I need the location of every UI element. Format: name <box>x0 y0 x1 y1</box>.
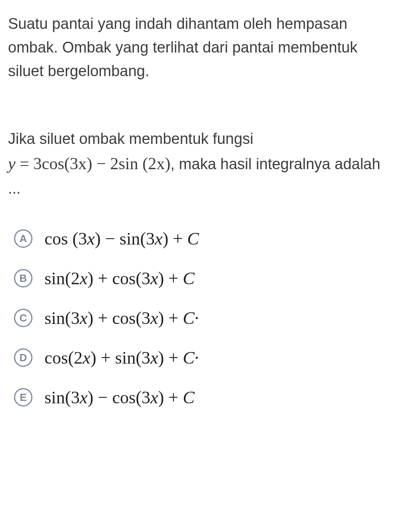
option-math-e: sin(3x) − cos(3x) + C <box>44 387 195 408</box>
option-badge-d: D <box>14 348 32 367</box>
option-badge-e: E <box>14 388 32 407</box>
option-math-a: cos (3x) − sin(3x) + C <box>44 229 199 249</box>
option-a[interactable]: A cos (3x) − sin(3x) + C <box>14 229 391 249</box>
question-paragraph: Jika siluet ombak membentuk fungsi y = 3… <box>8 127 391 200</box>
option-math-d: cos(2x) + sin(3x) + C· <box>44 348 199 368</box>
option-math-b: sin(2x) + cos(3x) + C <box>44 268 195 289</box>
option-c[interactable]: C sin(3x) + cos(3x) + C· <box>14 308 391 328</box>
option-d[interactable]: D cos(2x) + sin(3x) + C· <box>14 348 391 368</box>
question-prefix: Jika siluet ombak membentuk fungsi <box>8 130 254 147</box>
option-badge-c: C <box>14 309 32 327</box>
context-paragraph: Suatu pantai yang indah dihantam oleh he… <box>8 12 391 83</box>
question-equation: y = 3cos(3x) − 2sin (2x) <box>8 154 171 173</box>
option-math-c: sin(3x) + cos(3x) + C· <box>44 308 199 328</box>
option-badge-a: A <box>14 229 32 248</box>
option-b[interactable]: B sin(2x) + cos(3x) + C <box>14 268 391 289</box>
option-badge-b: B <box>14 269 32 287</box>
answer-options: A cos (3x) − sin(3x) + C B sin(2x) + cos… <box>8 229 391 408</box>
option-e[interactable]: E sin(3x) − cos(3x) + C <box>14 387 391 408</box>
